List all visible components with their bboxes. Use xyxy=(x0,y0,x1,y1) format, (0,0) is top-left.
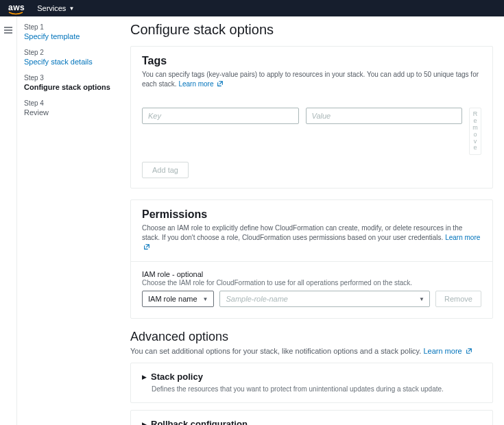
rollback-config-toggle[interactable]: ▶ Rollback configuration xyxy=(142,419,481,425)
tag-remove-button: R e m o v e xyxy=(469,108,481,155)
services-menu[interactable]: Services ▼ xyxy=(37,4,74,12)
step-label: Step 3 xyxy=(24,74,117,82)
tags-panel: Tags You can specify tags (key-value pai… xyxy=(130,46,493,189)
tags-learn-more-link[interactable]: Learn more xyxy=(178,80,224,88)
step-name: Review xyxy=(24,108,117,117)
rollback-config-panel: ▶ Rollback configuration Specify alarms … xyxy=(130,410,493,425)
main-content: Configure stack options Tags You can spe… xyxy=(125,16,504,425)
step-1[interactable]: Step 1 Specify template xyxy=(24,23,117,40)
permissions-panel: Permissions Choose an IAM role to explic… xyxy=(130,199,493,319)
services-label: Services xyxy=(37,4,66,12)
hamburger-icon xyxy=(4,27,12,34)
stack-policy-panel: ▶ Stack policy Defines the resources tha… xyxy=(130,363,493,403)
step-name: Configure stack options xyxy=(24,83,117,91)
iam-role-type-select[interactable]: IAM role name ▼ xyxy=(142,291,214,307)
panel-desc: Defines the resources that you want to p… xyxy=(152,385,481,394)
panel-title: Rollback configuration xyxy=(151,419,248,425)
advanced-desc: You can set additional options for your … xyxy=(130,347,493,356)
step-3[interactable]: Step 3 Configure stack options xyxy=(24,74,117,91)
aws-logo[interactable]: aws xyxy=(8,3,25,14)
iam-role-label: IAM role - optional xyxy=(142,270,481,278)
page-title: Configure stack options xyxy=(130,22,493,38)
iam-role-remove-button: Remove xyxy=(435,291,481,307)
step-name: Specify stack details xyxy=(24,58,117,66)
stack-policy-toggle[interactable]: ▶ Stack policy xyxy=(142,372,481,382)
panel-title: Stack policy xyxy=(151,372,203,382)
iam-role-sub: Choose the IAM role for CloudFormation t… xyxy=(142,279,481,287)
permissions-desc: Choose an IAM role to explicitly define … xyxy=(142,223,481,253)
tags-desc: You can specify tags (key-value pairs) t… xyxy=(142,70,481,90)
select-value: IAM role name xyxy=(148,295,197,303)
caret-down-icon: ▼ xyxy=(69,5,74,12)
top-nav: aws Services ▼ xyxy=(0,0,504,16)
aws-logo-text: aws xyxy=(8,3,25,12)
step-label: Step 2 xyxy=(24,49,117,56)
tag-value-input[interactable] xyxy=(306,108,463,124)
caret-down-icon: ▼ xyxy=(203,296,208,302)
step-2[interactable]: Step 2 Specify stack details xyxy=(24,49,117,66)
external-link-icon xyxy=(143,243,150,253)
hamburger-toggle[interactable] xyxy=(0,16,16,425)
step-label: Step 4 xyxy=(24,99,117,107)
advanced-heading: Advanced options xyxy=(130,330,493,344)
external-link-icon xyxy=(466,348,472,356)
add-tag-button[interactable]: Add tag xyxy=(142,162,189,178)
tag-key-input[interactable] xyxy=(142,108,299,124)
advanced-learn-more-link[interactable]: Learn more xyxy=(423,347,472,355)
tag-row: R e m o v e xyxy=(131,98,492,155)
step-4: Step 4 Review xyxy=(24,99,117,117)
wizard-steps-sidebar: Step 1 Specify template Step 2 Specify s… xyxy=(16,16,125,425)
triangle-right-icon: ▶ xyxy=(142,374,147,380)
triangle-right-icon: ▶ xyxy=(142,421,147,425)
external-link-icon xyxy=(217,80,224,90)
permissions-heading: Permissions xyxy=(142,208,481,221)
step-label: Step 1 xyxy=(24,23,117,31)
step-name: Specify template xyxy=(24,32,117,40)
tags-heading: Tags xyxy=(142,55,481,67)
iam-role-name-input[interactable] xyxy=(219,291,430,307)
